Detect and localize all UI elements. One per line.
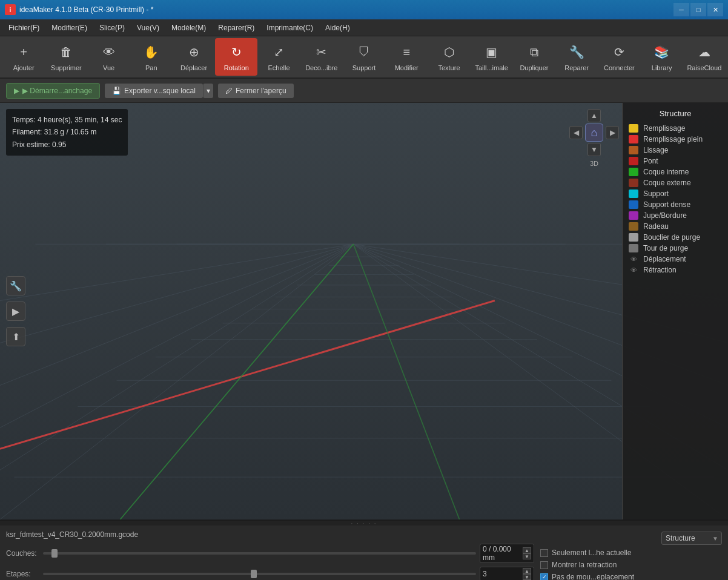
layer-spinner: ▲ ▼ bbox=[523, 547, 531, 559]
tool-echelle[interactable]: ⤢Echelle bbox=[257, 38, 300, 76]
menu-item-modifier[interactable]: Modifier(E) bbox=[45, 21, 93, 35]
menu-item-fichier[interactable]: Fichier(F) bbox=[2, 21, 45, 35]
app-icon: i bbox=[5, 4, 16, 15]
tool-decoibre[interactable]: ✂Deco...ibre bbox=[300, 38, 343, 76]
legend-color-swatch bbox=[629, 179, 638, 187]
maximize-button[interactable]: □ bbox=[690, 3, 706, 16]
export-label: Exporter v...sque local bbox=[124, 87, 196, 95]
info-box: Temps: 4 heure(s), 35 min, 14 sec Filame… bbox=[6, 109, 128, 156]
tool-support[interactable]: ⛉Support bbox=[343, 38, 385, 76]
echelle-label: Echelle bbox=[268, 64, 290, 71]
menu-item-vue[interactable]: Vue(V) bbox=[131, 21, 165, 35]
legend-color-swatch bbox=[629, 200, 638, 209]
layer-down-btn[interactable]: ▼ bbox=[523, 553, 531, 559]
legend-item: Coque externe bbox=[629, 177, 722, 188]
legend-color-swatch bbox=[629, 146, 638, 154]
pan-label: Pan bbox=[145, 64, 157, 71]
legend-color-swatch bbox=[629, 244, 638, 252]
nav-arrows: ▲ ◀ ⌂ ▶ ▼ 3D bbox=[569, 109, 619, 167]
nav-home-button[interactable]: ⌂ bbox=[585, 124, 603, 142]
tool-vue[interactable]: 👁Vue bbox=[87, 38, 130, 76]
legend-item-label: Tour de purge bbox=[643, 244, 688, 252]
legend-item: Bouclier de purge bbox=[629, 232, 722, 243]
step-down-btn[interactable]: ▼ bbox=[523, 574, 531, 580]
taillimale-icon: ▣ bbox=[482, 42, 501, 62]
tool-dupliquer[interactable]: ⧉Dupliquer bbox=[513, 38, 555, 76]
bottom-content: ksr_fdmtest_v4_CR30_0.2000mm.gcode Couch… bbox=[0, 526, 728, 580]
nav-up-button[interactable]: ▲ bbox=[587, 109, 601, 122]
layer-value: 0 / 0.000 mm bbox=[483, 545, 523, 562]
legend-item: Support bbox=[629, 188, 722, 199]
menu-item-aide[interactable]: Aide(H) bbox=[319, 21, 356, 35]
eye-icon[interactable]: 👁 bbox=[629, 266, 638, 274]
retraction-checkbox[interactable] bbox=[540, 561, 548, 569]
movement-check-label: Pas de mou...eplacement bbox=[552, 573, 634, 580]
close-preview-label: Fermer l'aperçu bbox=[236, 87, 286, 95]
layer-slider[interactable] bbox=[43, 552, 476, 555]
layer-up-btn[interactable]: ▲ bbox=[523, 547, 531, 553]
step-value: 3 bbox=[483, 570, 487, 578]
tool-pan[interactable]: ✋Pan bbox=[130, 38, 173, 76]
nav-left-button[interactable]: ◀ bbox=[569, 126, 583, 139]
retraction-check-row: Montrer la retraction bbox=[540, 561, 722, 569]
legend-item-label: Coque interne bbox=[643, 168, 689, 176]
tool-taillimale[interactable]: ▣Taill...imale bbox=[471, 38, 513, 76]
legend-item: Jupe/Bordure bbox=[629, 210, 722, 221]
start-button[interactable]: ▶ ▶ Démarre...anchage bbox=[6, 83, 100, 99]
eye-icon[interactable]: 👁 bbox=[629, 255, 638, 263]
support-icon: ⛉ bbox=[354, 42, 374, 62]
actionbar: ▶ ▶ Démarre...anchage 💾 Exporter v...squ… bbox=[0, 79, 728, 103]
play-button[interactable]: ▶ bbox=[6, 302, 25, 321]
3d-label: 3D bbox=[590, 160, 598, 167]
legend-item: Remplissage bbox=[629, 123, 722, 134]
tool-deplacer[interactable]: ⊕Déplacer bbox=[173, 38, 215, 76]
viewport[interactable]: Temps: 4 heure(s), 35 min, 14 sec Filame… bbox=[0, 103, 728, 519]
structure-dropdown[interactable]: Structure Vitesse Température Fan bbox=[661, 532, 722, 545]
nav-down-button[interactable]: ▼ bbox=[587, 143, 601, 156]
library-label: Library bbox=[652, 64, 672, 71]
legend-color-swatch bbox=[629, 211, 638, 220]
resize-handle[interactable]: · · · · · bbox=[0, 521, 728, 526]
tool-raisecloud[interactable]: ☁RaiseCloud bbox=[683, 38, 726, 76]
navigation-area: ▲ ◀ ⌂ ▶ ▼ 3D bbox=[569, 109, 619, 167]
close-preview-button[interactable]: 🖊 Fermer l'aperçu bbox=[218, 84, 294, 98]
layer-thumb bbox=[51, 549, 58, 558]
menu-item-modèle[interactable]: Modèle(M) bbox=[165, 21, 212, 35]
support-label: Support bbox=[352, 64, 376, 71]
connecter-label: Connecter bbox=[604, 64, 635, 71]
step-up-btn[interactable]: ▲ bbox=[523, 568, 531, 574]
ajouter-label: Ajouter bbox=[13, 64, 35, 71]
menu-item-slice[interactable]: Slice(P) bbox=[93, 21, 131, 35]
tool-supprimer[interactable]: 🗑Supprimer bbox=[45, 38, 87, 76]
tool-connecter[interactable]: ⟳Connecter bbox=[598, 38, 640, 76]
dupliquer-label: Dupliquer bbox=[520, 64, 548, 71]
layer-checkbox[interactable] bbox=[540, 549, 548, 557]
tool-library[interactable]: 📚Library bbox=[641, 38, 683, 76]
legend-item: Coque interne bbox=[629, 166, 722, 177]
decoibre-icon: ✂ bbox=[312, 42, 331, 62]
minimize-button[interactable]: ─ bbox=[673, 3, 689, 16]
tool-reparer[interactable]: 🔧Reparer bbox=[555, 38, 598, 76]
tool-texture[interactable]: ⬡Texture bbox=[428, 38, 470, 76]
close-preview-icon: 🖊 bbox=[225, 87, 233, 95]
close-button[interactable]: ✕ bbox=[707, 3, 723, 16]
legend-item-label: Support bbox=[643, 189, 669, 198]
texture-icon: ⬡ bbox=[439, 42, 458, 62]
left-toolbar: 🔧 ▶ ⬆ bbox=[6, 276, 25, 346]
export-button[interactable]: 💾 Exporter v...sque local bbox=[105, 84, 203, 98]
tool-ajouter[interactable]: +Ajouter bbox=[2, 38, 45, 76]
menu-item-imprimante[interactable]: Imprimante(C) bbox=[260, 21, 319, 35]
step-slider[interactable] bbox=[43, 573, 476, 575]
wrench-button[interactable]: 🔧 bbox=[6, 276, 25, 295]
nav-right-button[interactable]: ▶ bbox=[606, 126, 619, 139]
ajouter-icon: + bbox=[14, 42, 33, 62]
movement-checkbox[interactable] bbox=[540, 573, 548, 581]
movement-check-row: Pas de mou...eplacement bbox=[540, 573, 722, 580]
export-dropdown-button[interactable]: ▾ bbox=[203, 84, 213, 98]
tool-modifier[interactable]: ≡Modifier bbox=[385, 38, 428, 76]
tool-rotation[interactable]: ↻Rotation bbox=[215, 38, 257, 76]
export-button-left[interactable]: ⬆ bbox=[6, 327, 25, 346]
rotation-label: Rotation bbox=[224, 64, 249, 71]
menu-item-reparer[interactable]: Reparer(R) bbox=[212, 21, 260, 35]
save-icon: 💾 bbox=[112, 87, 121, 95]
